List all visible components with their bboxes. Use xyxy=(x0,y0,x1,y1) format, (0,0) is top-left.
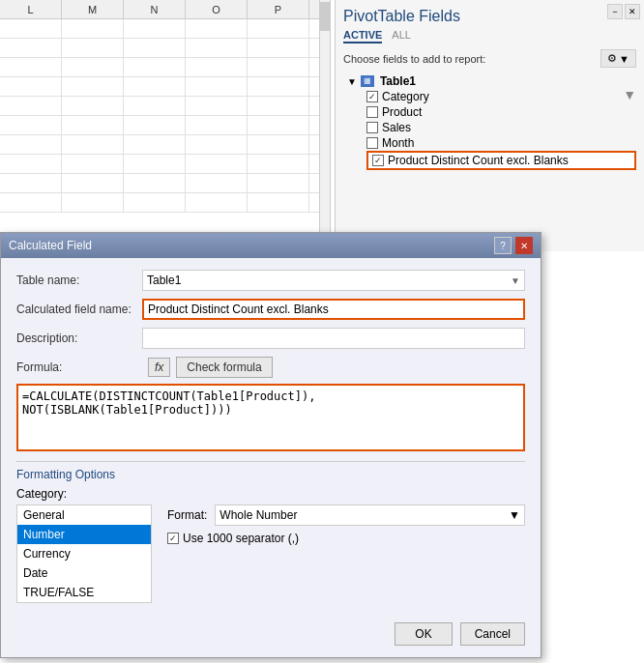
col-l: L xyxy=(0,0,62,18)
cat-general[interactable]: General xyxy=(17,505,151,525)
pivot-fields-header: Choose fields to add to report: ⚙ ▼ xyxy=(343,49,636,68)
field-label-product-distinct: Product Distinct Count excl. Blanks xyxy=(388,154,569,167)
field-label-product: Product xyxy=(382,105,422,119)
formula-row: Formula: fx Check formula xyxy=(16,357,525,378)
fx-button[interactable]: fx xyxy=(148,358,170,377)
modal-help-button[interactable]: ? xyxy=(494,237,512,254)
modal-close-button[interactable]: ✕ xyxy=(515,237,533,254)
description-input[interactable] xyxy=(142,328,525,349)
col-m: M xyxy=(62,0,124,18)
field-month[interactable]: Month xyxy=(366,135,636,151)
format-select-value: Whole Number xyxy=(220,508,297,522)
description-label: Description: xyxy=(16,332,142,345)
tree-table-name: Table1 xyxy=(380,74,416,88)
separator-check-row[interactable]: ✓ Use 1000 separator (,) xyxy=(167,532,525,545)
spreadsheet-background: L M N O P xyxy=(0,0,329,242)
pivot-field-tree: ▼ ▦ Table1 ✓ Category Product Sales Mont… xyxy=(343,73,636,170)
separator-label: Use 1000 separator (,) xyxy=(183,532,299,545)
filter-icon[interactable]: ▼ xyxy=(623,87,636,102)
modal-titlebar: Calculated Field ? ✕ xyxy=(1,233,541,258)
cat-date[interactable]: Date xyxy=(17,563,151,583)
gear-icon: ⚙ xyxy=(607,52,617,65)
formula-box[interactable]: =CALCULATE(DISTINCTCOUNT(Table1[Product]… xyxy=(16,384,525,451)
table-dropdown-arrow: ▼ xyxy=(511,275,520,286)
field-label-month: Month xyxy=(382,136,414,150)
cat-currency[interactable]: Currency xyxy=(17,544,151,563)
pivot-panel-title: PivotTable Fields xyxy=(343,8,636,25)
calc-field-input[interactable] xyxy=(142,299,525,320)
modal-title: Calculated Field xyxy=(9,239,92,252)
cat-truefalse[interactable]: TRUE/FALSE xyxy=(17,583,151,602)
collapse-arrow: ▼ xyxy=(347,76,357,87)
ok-button[interactable]: OK xyxy=(395,622,452,646)
format-select[interactable]: Whole Number ▼ xyxy=(215,504,525,526)
formatting-row: General Number Currency Date TRUE/FALSE … xyxy=(16,504,525,603)
field-product-distinct[interactable]: ✓ Product Distinct Count excl. Blanks xyxy=(366,151,636,170)
field-label-sales: Sales xyxy=(382,121,411,134)
fields-label: Choose fields to add to report: xyxy=(343,53,485,65)
col-o: O xyxy=(186,0,248,18)
modal-footer: OK Cancel xyxy=(1,615,541,657)
cancel-button[interactable]: Cancel xyxy=(460,622,525,646)
calc-field-name-row: Calculated field name: xyxy=(16,299,525,320)
field-category[interactable]: ✓ Category xyxy=(366,89,636,104)
calc-field-label: Calculated field name: xyxy=(16,303,142,316)
cat-number[interactable]: Number xyxy=(17,525,151,544)
check-formula-button[interactable]: Check formula xyxy=(176,357,272,378)
checkbox-product[interactable] xyxy=(366,106,378,118)
calculated-field-modal: Calculated Field ? ✕ Table name: Table1 … xyxy=(0,232,542,658)
tab-inactive[interactable]: ALL xyxy=(392,29,411,43)
pivot-fields-panel: − ✕ PivotTable Fields ACTIVE ALL Choose … xyxy=(335,0,644,251)
gear-button[interactable]: ⚙ ▼ xyxy=(600,49,636,68)
formula-label: Formula: xyxy=(16,360,142,374)
table-name-label: Table name: xyxy=(16,274,142,287)
format-label: Format: xyxy=(167,508,207,522)
category-list[interactable]: General Number Currency Date TRUE/FALSE xyxy=(16,504,152,603)
pivot-field-group: ✓ Category Product Sales Month ✓ Product… xyxy=(347,89,636,170)
col-n: N xyxy=(124,0,186,18)
pivot-tabs: ACTIVE ALL xyxy=(343,29,636,43)
table-name-value: Table1 xyxy=(147,274,181,287)
field-sales[interactable]: Sales xyxy=(366,120,636,135)
field-product[interactable]: Product xyxy=(366,104,636,120)
separator-checkbox[interactable]: ✓ xyxy=(167,533,179,544)
table-name-dropdown[interactable]: Table1 ▼ xyxy=(142,270,525,291)
checkbox-month[interactable] xyxy=(366,137,378,149)
formatting-options-label: Formatting Options xyxy=(16,461,525,481)
tab-active[interactable]: ACTIVE xyxy=(343,29,382,43)
pivot-close-btn[interactable]: ✕ xyxy=(625,4,640,19)
checkbox-product-distinct[interactable]: ✓ xyxy=(372,155,384,166)
description-row: Description: xyxy=(16,328,525,349)
vertical-scrollbar[interactable] xyxy=(319,0,331,242)
category-label: Category: xyxy=(16,487,525,501)
modal-body: Table name: Table1 ▼ Calculated field na… xyxy=(1,258,541,615)
column-headers: L M N O P xyxy=(0,0,329,19)
pivot-minimize-btn[interactable]: − xyxy=(607,4,623,19)
format-section: Format: Whole Number ▼ ✓ Use 1000 separa… xyxy=(167,504,525,545)
checkbox-sales[interactable] xyxy=(366,122,378,133)
gear-dropdown-arrow: ▼ xyxy=(619,53,629,65)
spreadsheet-rows xyxy=(0,19,329,213)
table-icon: ▦ xyxy=(361,75,374,87)
checkbox-category[interactable]: ✓ xyxy=(366,91,378,102)
field-label-category: Category xyxy=(382,90,429,103)
table-name-row: Table name: Table1 ▼ xyxy=(16,270,525,291)
format-row: Format: Whole Number ▼ xyxy=(167,504,525,526)
col-p: P xyxy=(248,0,309,18)
format-select-arrow: ▼ xyxy=(509,508,520,522)
